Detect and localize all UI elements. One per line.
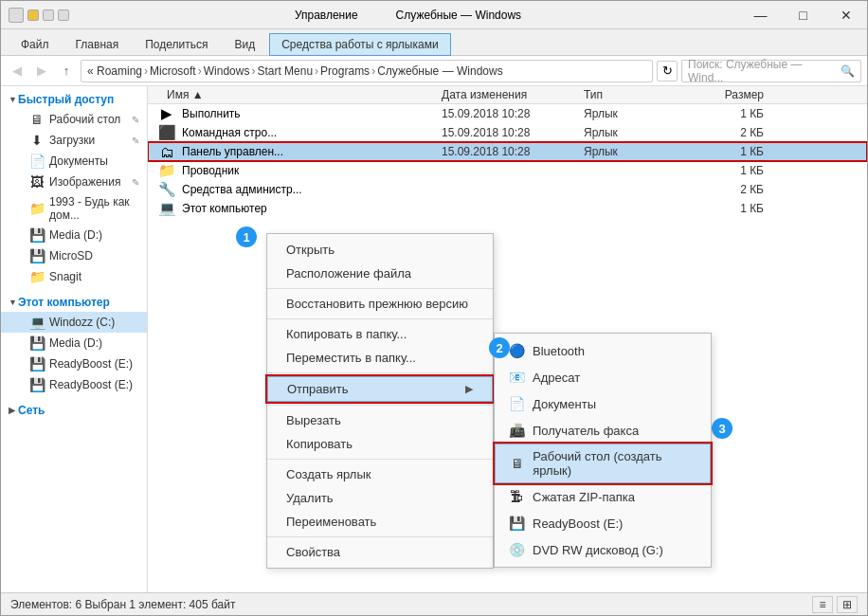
sidebar-network[interactable]: ▶ Сеть (1, 401, 147, 420)
submenu-label-readyboost: ReadyBoost (E:) (533, 516, 623, 531)
path-part[interactable]: « Roaming (87, 64, 142, 78)
submenu-item-dvd[interactable]: 💿 DVD RW дисковод (G:) (495, 536, 711, 563)
sidebar-item-media-d2[interactable]: 💾 Media (D:) (1, 333, 147, 353)
ribbon-tabs: Файл Главная Поделиться Вид Средства раб… (1, 29, 867, 56)
file-row-vypolnit[interactable]: ▶ Выполнить 15.09.2018 10:28 Ярлык 1 КБ (148, 104, 867, 123)
sidebar-item-images[interactable]: 🖼 Изображения ✎ (1, 172, 147, 192)
sidebar-item-snagit[interactable]: 📁 Snagit (1, 266, 147, 287)
menu-item-create-shortcut[interactable]: Создать ярлык (267, 462, 493, 486)
file-size-cmd: 2 КБ (697, 126, 773, 139)
search-placeholder: Поиск: Служебные — Wind... (688, 58, 841, 84)
file-size-panel: 1 КБ (697, 145, 773, 158)
main-area: ▼ Быстрый доступ 🖥 Рабочий стол ✎ ⬇ Загр… (1, 86, 867, 592)
sidebar-quick-access[interactable]: ▼ Быстрый доступ (1, 90, 147, 109)
file-row-cmd[interactable]: ⬛ Командная стро... 15.09.2018 10:28 Ярл… (148, 123, 867, 142)
minimize-button[interactable]: — (739, 1, 782, 29)
sidebar-item-downloads[interactable]: ⬇ Загрузки ✎ (1, 130, 147, 151)
sidebar-computer[interactable]: ▼ Этот компьютер (1, 293, 147, 312)
path-part-startmenu[interactable]: Start Menu (257, 64, 313, 78)
tab-share[interactable]: Поделиться (133, 33, 220, 55)
file-size-mypc: 1 КБ (697, 202, 773, 215)
desktop-icon: 🖥 (29, 112, 45, 127)
file-icon-mypc: 💻 (157, 201, 176, 216)
file-icon-admin: 🔧 (157, 182, 176, 197)
menu-item-file-location[interactable]: Расположение файла (267, 262, 493, 285)
submenu-item-readyboost[interactable]: 💾 ReadyBoost (E:) (495, 510, 711, 536)
submenu-item-fax[interactable]: 📠 Получатель факса (495, 417, 711, 444)
menu-label-delete: Удалить (286, 491, 334, 505)
file-date-panel: 15.09.2018 10:28 (442, 145, 584, 158)
path-part-microsoft[interactable]: Microsoft (150, 64, 196, 78)
sidebar-label-images: Изображения (49, 175, 120, 189)
menu-label-move-to: Переместить в папку... (286, 351, 416, 365)
menu-item-open[interactable]: Открыть (267, 238, 493, 262)
sidebar-item-windozz[interactable]: 💻 Windozz (C:) (1, 312, 147, 333)
menu-label-open: Открыть (286, 243, 335, 257)
submenu-label-desktop: Рабочий стол (создать ярлык) (533, 449, 696, 478)
sidebar-item-readyboost-e[interactable]: 💾 ReadyBoost (E:) (1, 353, 147, 374)
file-row-panel[interactable]: 🗂 Панель управлен... 15.09.2018 10:28 Яр… (148, 142, 867, 161)
sidebar-item-desktop[interactable]: 🖥 Рабочий стол ✎ (1, 109, 147, 130)
menu-item-restore[interactable]: Восстановить прежнюю версию (267, 292, 493, 316)
sidebar: ▼ Быстрый доступ 🖥 Рабочий стол ✎ ⬇ Загр… (1, 86, 148, 592)
back-button[interactable]: ◀ (7, 61, 27, 82)
col-header-type[interactable]: Тип (584, 88, 697, 101)
file-size-admin: 2 КБ (697, 183, 773, 196)
submenu-item-bluetooth[interactable]: 🔵 Bluetooth (495, 337, 711, 364)
file-row-admin[interactable]: 🔧 Средства администр... 2 КБ (148, 180, 867, 199)
file-row-mypc[interactable]: 💻 Этот компьютер 1 КБ (148, 199, 867, 218)
menu-label-copy-to: Копировать в папку... (286, 327, 407, 341)
menu-item-copy[interactable]: Копировать (267, 432, 493, 456)
submenu-readyboost-icon: 💾 (508, 515, 525, 532)
sidebar-item-microsd[interactable]: 💾 MicroSD (1, 245, 147, 266)
search-icon[interactable]: 🔍 (841, 64, 855, 78)
col-header-size[interactable]: Размер (697, 88, 773, 101)
file-row-explorer[interactable]: 📁 Проводник 1 КБ (148, 161, 867, 180)
submenu-item-desktop[interactable]: 🖥 Рабочий стол (создать ярлык) (495, 444, 711, 483)
submenu-item-zip[interactable]: 🗜 Сжатая ZIP-папка (495, 483, 711, 510)
sidebar-item-1993[interactable]: 📁 1993 - Будь как дом... (1, 192, 147, 225)
menu-item-copy-to[interactable]: Копировать в папку... (267, 322, 493, 346)
search-box[interactable]: Поиск: Служебные — Wind... 🔍 (681, 60, 861, 82)
address-path[interactable]: « Roaming › Microsoft › Windows › Start … (81, 60, 653, 82)
bubble-1: 1 (236, 226, 257, 247)
fax-icon: 📠 (508, 422, 525, 439)
view-grid-button[interactable]: ⊞ (837, 596, 858, 613)
divider5 (267, 459, 493, 460)
col-header-date[interactable]: Дата изменения (442, 88, 584, 101)
menu-item-properties[interactable]: Свойства (267, 540, 493, 564)
sidebar-item-media-d[interactable]: 💾 Media (D:) (1, 225, 147, 245)
path-part-windows[interactable]: Windows (204, 64, 250, 78)
forward-button[interactable]: ▶ (31, 61, 52, 82)
path-part-programs[interactable]: Programs (320, 64, 370, 78)
file-size-vypolnit: 1 КБ (697, 107, 773, 120)
sidebar-label-media-d: Media (D:) (49, 228, 102, 242)
menu-item-delete[interactable]: Удалить (267, 486, 493, 510)
up-button[interactable]: ↑ (56, 61, 77, 82)
sidebar-label-windozz: Windozz (C:) (49, 316, 115, 329)
file-name-explorer: Проводник (182, 164, 239, 177)
view-list-button[interactable]: ≡ (812, 596, 833, 613)
close-button[interactable]: ✕ (824, 1, 867, 29)
tab-home[interactable]: Главная (63, 33, 132, 55)
menu-label-copy: Копировать (286, 437, 353, 451)
menu-item-rename[interactable]: Переименовать (267, 510, 493, 534)
menu-item-cut[interactable]: Вырезать (267, 408, 493, 432)
tab-file[interactable]: Файл (9, 33, 62, 55)
file-name-panel: Панель управлен... (182, 145, 283, 158)
sidebar-item-documents[interactable]: 📄 Документы (1, 151, 147, 172)
file-name-cmd: Командная стро... (182, 126, 277, 139)
sidebar-label-snagit: Snagit (49, 270, 81, 283)
menu-item-move-to[interactable]: Переместить в папку... (267, 346, 493, 370)
submenu-item-recipient[interactable]: 📧 Адресат (495, 364, 711, 390)
path-part-current[interactable]: Служебные — Windows (377, 64, 503, 78)
tab-tools[interactable]: Средства работы с ярлыками (269, 33, 450, 56)
submenu-item-documents[interactable]: 📄 Документы (495, 390, 711, 417)
maximize-button[interactable]: □ (782, 1, 824, 29)
menu-item-sendto[interactable]: Отправить ▶ (267, 376, 493, 402)
sidebar-item-readyboost-e2[interactable]: 💾 ReadyBoost (E:) (1, 374, 147, 395)
col-header-name[interactable]: Имя ▲ (148, 88, 442, 101)
title-bar-icons (1, 8, 77, 23)
tab-view[interactable]: Вид (222, 33, 267, 55)
refresh-button[interactable]: ↻ (657, 61, 678, 82)
